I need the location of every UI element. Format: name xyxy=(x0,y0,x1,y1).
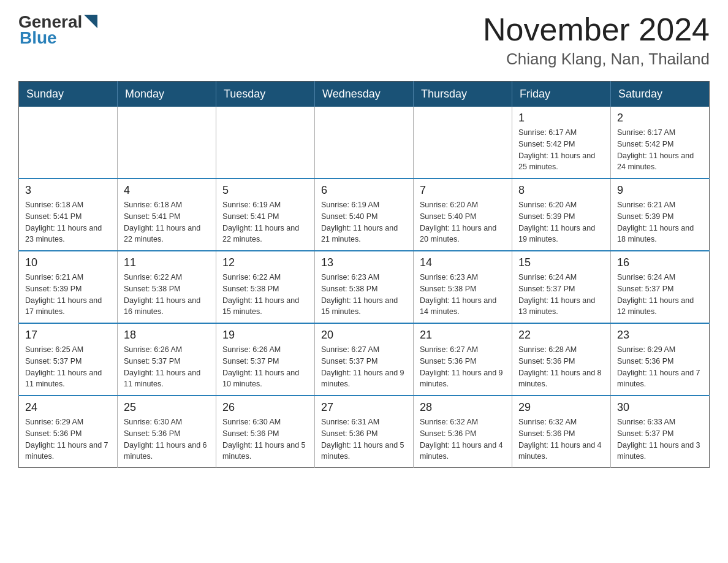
day-number: 6 xyxy=(321,184,407,197)
day-number: 28 xyxy=(420,401,506,414)
day-info: Sunrise: 6:17 AM Sunset: 5:42 PM Dayligh… xyxy=(617,127,703,173)
day-info: Sunrise: 6:30 AM Sunset: 5:36 PM Dayligh… xyxy=(222,416,308,462)
day-info: Sunrise: 6:17 AM Sunset: 5:42 PM Dayligh… xyxy=(518,127,604,173)
day-info: Sunrise: 6:31 AM Sunset: 5:36 PM Dayligh… xyxy=(321,416,407,462)
day-info: Sunrise: 6:33 AM Sunset: 5:37 PM Dayligh… xyxy=(617,416,703,462)
day-number: 18 xyxy=(124,329,210,342)
calendar-cell: 1Sunrise: 6:17 AM Sunset: 5:42 PM Daylig… xyxy=(512,107,611,178)
day-number: 15 xyxy=(518,256,604,269)
day-info: Sunrise: 6:18 AM Sunset: 5:41 PM Dayligh… xyxy=(124,199,210,245)
day-info: Sunrise: 6:23 AM Sunset: 5:38 PM Dayligh… xyxy=(321,272,407,318)
page-header: General Blue November 2024 Chiang Klang,… xyxy=(18,12,710,69)
day-info: Sunrise: 6:19 AM Sunset: 5:40 PM Dayligh… xyxy=(321,199,407,245)
calendar-cell: 6Sunrise: 6:19 AM Sunset: 5:40 PM Daylig… xyxy=(315,178,414,251)
calendar-cell: 5Sunrise: 6:19 AM Sunset: 5:41 PM Daylig… xyxy=(216,178,315,251)
day-info: Sunrise: 6:29 AM Sunset: 5:36 PM Dayligh… xyxy=(25,416,111,462)
day-number: 12 xyxy=(222,256,308,269)
day-info: Sunrise: 6:32 AM Sunset: 5:36 PM Dayligh… xyxy=(518,416,604,462)
calendar-cell: 11Sunrise: 6:22 AM Sunset: 5:38 PM Dayli… xyxy=(118,251,216,323)
calendar-cell: 19Sunrise: 6:26 AM Sunset: 5:37 PM Dayli… xyxy=(216,323,315,396)
calendar-cell: 3Sunrise: 6:18 AM Sunset: 5:41 PM Daylig… xyxy=(19,178,118,251)
day-number: 4 xyxy=(124,184,210,197)
day-info: Sunrise: 6:23 AM Sunset: 5:38 PM Dayligh… xyxy=(420,272,506,318)
calendar-cell: 24Sunrise: 6:29 AM Sunset: 5:36 PM Dayli… xyxy=(19,396,118,468)
calendar-header-saturday: Saturday xyxy=(611,82,710,107)
calendar-cell xyxy=(414,107,512,178)
calendar-cell: 30Sunrise: 6:33 AM Sunset: 5:37 PM Dayli… xyxy=(611,396,710,468)
day-info: Sunrise: 6:21 AM Sunset: 5:39 PM Dayligh… xyxy=(25,272,111,318)
calendar-cell: 23Sunrise: 6:29 AM Sunset: 5:36 PM Dayli… xyxy=(611,323,710,396)
day-number: 24 xyxy=(25,401,111,414)
calendar-cell: 17Sunrise: 6:25 AM Sunset: 5:37 PM Dayli… xyxy=(19,323,118,396)
calendar-header-wednesday: Wednesday xyxy=(315,82,414,107)
day-number: 10 xyxy=(25,256,111,269)
calendar-cell xyxy=(315,107,414,178)
calendar-cell: 25Sunrise: 6:30 AM Sunset: 5:36 PM Dayli… xyxy=(118,396,216,468)
day-number: 16 xyxy=(617,256,703,269)
calendar-cell: 20Sunrise: 6:27 AM Sunset: 5:37 PM Dayli… xyxy=(315,323,414,396)
day-info: Sunrise: 6:26 AM Sunset: 5:37 PM Dayligh… xyxy=(222,344,308,390)
day-info: Sunrise: 6:32 AM Sunset: 5:36 PM Dayligh… xyxy=(420,416,506,462)
day-number: 20 xyxy=(321,329,407,342)
day-number: 19 xyxy=(222,329,308,342)
calendar-week-row: 1Sunrise: 6:17 AM Sunset: 5:42 PM Daylig… xyxy=(19,107,710,178)
calendar-week-row: 10Sunrise: 6:21 AM Sunset: 5:39 PM Dayli… xyxy=(19,251,710,323)
day-number: 22 xyxy=(518,329,604,342)
calendar-cell: 21Sunrise: 6:27 AM Sunset: 5:36 PM Dayli… xyxy=(414,323,512,396)
calendar-cell xyxy=(118,107,216,178)
day-number: 9 xyxy=(617,184,703,197)
month-title: November 2024 xyxy=(483,12,710,47)
calendar-week-row: 3Sunrise: 6:18 AM Sunset: 5:41 PM Daylig… xyxy=(19,178,710,251)
day-info: Sunrise: 6:30 AM Sunset: 5:36 PM Dayligh… xyxy=(124,416,210,462)
calendar-cell: 18Sunrise: 6:26 AM Sunset: 5:37 PM Dayli… xyxy=(118,323,216,396)
calendar-cell: 13Sunrise: 6:23 AM Sunset: 5:38 PM Dayli… xyxy=(315,251,414,323)
day-number: 26 xyxy=(222,401,308,414)
day-number: 11 xyxy=(124,256,210,269)
calendar-header-friday: Friday xyxy=(512,82,611,107)
day-info: Sunrise: 6:21 AM Sunset: 5:39 PM Dayligh… xyxy=(617,199,703,245)
day-number: 8 xyxy=(518,184,604,197)
calendar-cell xyxy=(19,107,118,178)
day-number: 3 xyxy=(25,184,111,197)
day-number: 7 xyxy=(420,184,506,197)
calendar-week-row: 24Sunrise: 6:29 AM Sunset: 5:36 PM Dayli… xyxy=(19,396,710,468)
day-info: Sunrise: 6:22 AM Sunset: 5:38 PM Dayligh… xyxy=(124,272,210,318)
calendar-cell: 8Sunrise: 6:20 AM Sunset: 5:39 PM Daylig… xyxy=(512,178,611,251)
svg-marker-0 xyxy=(84,15,97,28)
day-info: Sunrise: 6:27 AM Sunset: 5:37 PM Dayligh… xyxy=(321,344,407,390)
calendar-cell: 22Sunrise: 6:28 AM Sunset: 5:36 PM Dayli… xyxy=(512,323,611,396)
calendar-cell: 14Sunrise: 6:23 AM Sunset: 5:38 PM Dayli… xyxy=(414,251,512,323)
calendar-table: SundayMondayTuesdayWednesdayThursdayFrid… xyxy=(18,81,710,468)
day-number: 5 xyxy=(222,184,308,197)
day-number: 17 xyxy=(25,329,111,342)
logo-text-blue: Blue xyxy=(20,28,97,48)
calendar-cell: 4Sunrise: 6:18 AM Sunset: 5:41 PM Daylig… xyxy=(118,178,216,251)
day-number: 14 xyxy=(420,256,506,269)
day-number: 27 xyxy=(321,401,407,414)
calendar-cell: 27Sunrise: 6:31 AM Sunset: 5:36 PM Dayli… xyxy=(315,396,414,468)
day-number: 25 xyxy=(124,401,210,414)
calendar-cell: 28Sunrise: 6:32 AM Sunset: 5:36 PM Dayli… xyxy=(414,396,512,468)
calendar-header-monday: Monday xyxy=(118,82,216,107)
day-number: 1 xyxy=(518,112,604,124)
day-info: Sunrise: 6:29 AM Sunset: 5:36 PM Dayligh… xyxy=(617,344,703,390)
day-info: Sunrise: 6:20 AM Sunset: 5:40 PM Dayligh… xyxy=(420,199,506,245)
day-info: Sunrise: 6:26 AM Sunset: 5:37 PM Dayligh… xyxy=(124,344,210,390)
day-number: 30 xyxy=(617,401,703,414)
day-info: Sunrise: 6:20 AM Sunset: 5:39 PM Dayligh… xyxy=(518,199,604,245)
title-block: November 2024 Chiang Klang, Nan, Thailan… xyxy=(483,12,710,69)
calendar-header-row: SundayMondayTuesdayWednesdayThursdayFrid… xyxy=(19,82,710,107)
day-number: 23 xyxy=(617,329,703,342)
calendar-header-thursday: Thursday xyxy=(414,82,512,107)
day-number: 2 xyxy=(617,112,703,124)
day-info: Sunrise: 6:24 AM Sunset: 5:37 PM Dayligh… xyxy=(518,272,604,318)
calendar-cell: 26Sunrise: 6:30 AM Sunset: 5:36 PM Dayli… xyxy=(216,396,315,468)
day-info: Sunrise: 6:25 AM Sunset: 5:37 PM Dayligh… xyxy=(25,344,111,390)
calendar-cell: 12Sunrise: 6:22 AM Sunset: 5:38 PM Dayli… xyxy=(216,251,315,323)
calendar-cell: 7Sunrise: 6:20 AM Sunset: 5:40 PM Daylig… xyxy=(414,178,512,251)
calendar-cell: 9Sunrise: 6:21 AM Sunset: 5:39 PM Daylig… xyxy=(611,178,710,251)
calendar-cell: 2Sunrise: 6:17 AM Sunset: 5:42 PM Daylig… xyxy=(611,107,710,178)
day-number: 13 xyxy=(321,256,407,269)
calendar-cell xyxy=(216,107,315,178)
day-info: Sunrise: 6:19 AM Sunset: 5:41 PM Dayligh… xyxy=(222,199,308,245)
